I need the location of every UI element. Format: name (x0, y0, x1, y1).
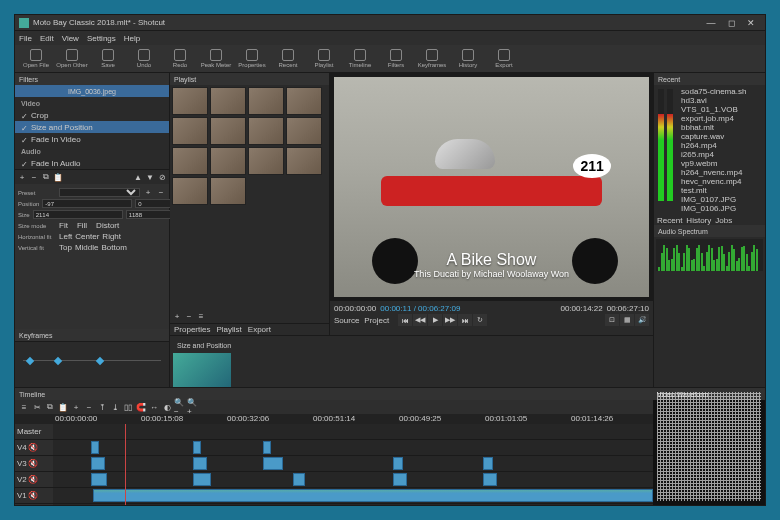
tl-overwrite-icon[interactable]: ⤓ (109, 401, 121, 413)
timeline-clip[interactable] (393, 473, 407, 486)
remove-filter-icon[interactable]: − (29, 172, 39, 182)
timeline-clip[interactable] (293, 473, 305, 486)
skip-start-icon[interactable]: ⏮ (398, 314, 412, 326)
preset-select[interactable] (59, 188, 140, 197)
keyframe-marker[interactable] (26, 357, 34, 365)
recent-item[interactable]: h264.mp4 (679, 141, 763, 150)
playlist-remove-icon[interactable]: − (184, 311, 194, 321)
recent-button[interactable]: Recent (271, 46, 305, 72)
mute-icon[interactable]: 🔇 (28, 459, 38, 468)
export-button[interactable]: Export (487, 46, 521, 72)
redo-button[interactable]: Redo (163, 46, 197, 72)
tab-project[interactable]: Project (364, 316, 389, 325)
timeline-ruler[interactable]: 00:00:00:0000:00:15:0800:00:32:0600:00:5… (15, 414, 653, 424)
tl-append-icon[interactable]: + (70, 401, 82, 413)
rewind-icon[interactable]: ◀◀ (413, 314, 427, 326)
timeline-clip[interactable] (91, 457, 105, 470)
loop-icon[interactable]: ↻ (473, 314, 487, 326)
mute-icon[interactable]: 🔇 (28, 443, 38, 452)
track-header[interactable]: V1🔇 (15, 488, 53, 503)
tl-menu-icon[interactable]: ≡ (18, 401, 30, 413)
recent-item[interactable]: i265.mp4 (679, 150, 763, 159)
tab-playlist[interactable]: Playlist (216, 325, 241, 334)
playlist-clip[interactable]: IMG_0063.jpeg (286, 87, 322, 115)
timeline-clip[interactable] (93, 489, 653, 502)
save-button[interactable]: Save (91, 46, 125, 72)
tl-snap-icon[interactable]: 🧲 (135, 401, 147, 413)
timeline-clip[interactable] (193, 473, 211, 486)
recent-item[interactable]: capture.wav (679, 132, 763, 141)
copy-filter-icon[interactable]: ⧉ (41, 172, 51, 182)
left-radio[interactable]: Left (59, 232, 72, 241)
filter-clip-name[interactable]: IMG_0036.jpeg (15, 85, 169, 97)
keyframe-marker[interactable] (54, 357, 62, 365)
close-button[interactable]: ✕ (741, 16, 761, 30)
recent-item[interactable]: vp9.webm (679, 159, 763, 168)
history-button[interactable]: History (451, 46, 485, 72)
bottom-radio[interactable]: Bottom (101, 243, 126, 252)
track-body[interactable] (53, 440, 653, 455)
minimize-button[interactable]: — (701, 16, 721, 30)
tab-recent[interactable]: Recent (657, 216, 682, 225)
recent-item[interactable]: hevc_nvenc.mp4 (679, 177, 763, 186)
mute-icon[interactable]: 🔇 (28, 475, 38, 484)
timeline-clip[interactable] (193, 441, 201, 454)
tl-remove-icon[interactable]: − (83, 401, 95, 413)
tab-jobs[interactable]: Jobs (715, 216, 732, 225)
forward-icon[interactable]: ▶▶ (443, 314, 457, 326)
skip-end-icon[interactable]: ⏭ (458, 314, 472, 326)
keyframe-marker[interactable] (96, 357, 104, 365)
mute-icon[interactable]: 🔇 (28, 491, 38, 500)
recent-item[interactable]: hd3.avi (679, 96, 763, 105)
menu-edit[interactable]: Edit (40, 34, 54, 43)
timeline-clip[interactable] (393, 457, 403, 470)
timeline-button[interactable]: Timeline (343, 46, 377, 72)
track-body[interactable] (53, 488, 653, 503)
middle-radio[interactable]: Middle (75, 243, 99, 252)
tl-cut-icon[interactable]: ✂ (31, 401, 43, 413)
menu-settings[interactable]: Settings (87, 34, 116, 43)
tl-split-icon[interactable]: ▯▯ (122, 401, 134, 413)
track-body[interactable] (53, 456, 653, 471)
playlist-clip[interactable]: IMG_0062.jpeg (248, 87, 284, 115)
playlist-add-icon[interactable]: + (172, 311, 182, 321)
recent-item[interactable]: bbhat.mlt (679, 123, 763, 132)
open-other-button[interactable]: Open Other (55, 46, 89, 72)
add-filter-icon[interactable]: + (17, 172, 27, 182)
track-body[interactable] (53, 504, 653, 505)
filter-item-crop[interactable]: ✓Crop (15, 109, 169, 121)
move-up-icon[interactable]: ▲ (133, 172, 143, 182)
properties-button[interactable]: Properties (235, 46, 269, 72)
position-x-input[interactable] (42, 199, 132, 208)
recent-item[interactable]: test.mlt (679, 186, 763, 195)
timeline-clip[interactable] (91, 441, 99, 454)
recent-item[interactable]: IMG_0106.JPG (679, 204, 763, 213)
playlist-clip[interactable]: IMG_0073.jpeg (172, 177, 208, 205)
tl-copy-icon[interactable]: ⧉ (44, 401, 56, 413)
playlist-clip[interactable]: IMG_0072.MOV (286, 147, 322, 175)
tab-properties[interactable]: Properties (174, 325, 210, 334)
tl-paste-icon[interactable]: 📋 (57, 401, 69, 413)
filter-item-size-position[interactable]: ✓Size and Position (15, 121, 169, 133)
timeline-clip[interactable] (483, 457, 493, 470)
playlist-button[interactable]: Playlist (307, 46, 341, 72)
keyframes-panel[interactable] (15, 341, 169, 387)
peak-meter-button[interactable]: Peak Meter (199, 46, 233, 72)
save-preset-icon[interactable]: + (143, 188, 153, 198)
filters-button[interactable]: Filters (379, 46, 413, 72)
sizepos-thumbnail[interactable] (173, 353, 231, 389)
playlist-clip[interactable]: IMG_0060.jpeg (172, 87, 208, 115)
top-radio[interactable]: Top (59, 243, 72, 252)
right-radio[interactable]: Right (102, 232, 121, 241)
menu-view[interactable]: View (62, 34, 79, 43)
playlist-clip[interactable]: IMG_0061.jpeg (210, 87, 246, 115)
playlist-clip[interactable]: IMG_0067.jpeg (286, 117, 322, 145)
filter-item-fade-in-audio[interactable]: ✓Fade In Audio (15, 157, 169, 169)
tab-source[interactable]: Source (334, 316, 359, 325)
tab-export[interactable]: Export (248, 325, 271, 334)
recent-item[interactable]: VTS_01_1.VOB (679, 105, 763, 114)
fill-radio[interactable]: Fill (77, 221, 87, 230)
timeline-clip[interactable] (91, 473, 107, 486)
playlist-clip[interactable]: IMG_0071.MOV (248, 147, 284, 175)
grid-icon[interactable]: ▦ (620, 314, 634, 326)
